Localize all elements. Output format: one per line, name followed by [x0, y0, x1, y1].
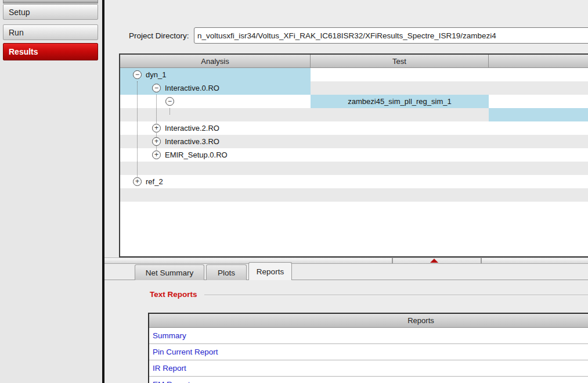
- column-header-blank[interactable]: [489, 55, 588, 68]
- expand-icon[interactable]: +: [152, 151, 161, 159]
- reports-column-header[interactable]: Reports: [149, 314, 588, 328]
- report-link-summary[interactable]: Summary: [149, 328, 588, 344]
- tree-row-label: Interactive.2.RO: [165, 124, 219, 133]
- group-box-line: [204, 295, 588, 296]
- tree-row-result-cell[interactable]: [120, 108, 588, 121]
- tree-row-emir-setup-0-ro[interactable]: + EMIR_Setup.0.RO: [120, 148, 588, 162]
- report-link-em-report[interactable]: EM Report: [149, 377, 588, 383]
- sidebar-item-run[interactable]: Run: [3, 24, 98, 40]
- expand-icon[interactable]: +: [133, 177, 142, 186]
- selected-test-cell[interactable]: zambezi45_sim_pll_reg_sim_1: [311, 95, 489, 108]
- column-header-analysis[interactable]: Analysis: [120, 55, 311, 68]
- tree-row-spacer: [120, 162, 588, 175]
- horizontal-splitter[interactable]: [104, 257, 588, 264]
- sidebar: Setup Run Results: [0, 0, 102, 383]
- tree-row-spacer: [120, 188, 588, 202]
- column-header-test[interactable]: Test: [311, 55, 489, 68]
- tree-header: Analysis Test: [120, 55, 588, 68]
- sidebar-item-results[interactable]: Results: [3, 43, 98, 60]
- collapse-icon[interactable]: −: [133, 70, 142, 79]
- tab-plots[interactable]: Plots: [206, 264, 247, 280]
- red-up-triangle-icon[interactable]: [430, 259, 438, 263]
- selected-cell: [489, 108, 588, 121]
- tree-row-interactive-2-ro[interactable]: + Interactive.2.RO: [120, 121, 588, 135]
- tree-row-interactive-3-ro[interactable]: + Interactive.3.RO: [120, 135, 588, 148]
- tree-row-label: EMIR_Setup.0.RO: [165, 151, 228, 159]
- tab-reports[interactable]: Reports: [248, 262, 292, 280]
- expand-icon[interactable]: +: [152, 137, 161, 146]
- tree-row-zambezi45-sim-pll-reg-sim-1[interactable]: zambezi45_sim_pll_reg_sim_1 −: [120, 95, 588, 108]
- partial-button-top: [3, 0, 98, 3]
- tree-row-interactive-0-ro[interactable]: − Interactive.0.RO: [120, 81, 588, 95]
- reports-table: Reports Summary Pin Current Report IR Re…: [148, 313, 588, 383]
- tree-row-label: ref_2: [146, 177, 163, 186]
- tree-row-dyn-1[interactable]: − dyn_1: [120, 68, 588, 81]
- project-directory-label: Project Directory:: [129, 31, 189, 40]
- tree-row-label: Interactive.0.RO: [165, 84, 219, 92]
- tree-row-ref-2[interactable]: + ref_2: [120, 175, 588, 188]
- text-reports-title: Text Reports: [150, 290, 197, 299]
- sidebar-item-setup[interactable]: Setup: [3, 4, 98, 20]
- tree-row-label: Interactive.3.RO: [165, 137, 219, 146]
- expand-icon[interactable]: +: [152, 124, 161, 133]
- collapse-icon[interactable]: −: [165, 97, 174, 106]
- analysis-tree-table: Analysis Test − dyn_1 − Interactive.0.RO…: [119, 53, 588, 257]
- tree-row-label: dyn_1: [146, 70, 166, 79]
- report-link-pin-current-report[interactable]: Pin Current Report: [149, 344, 588, 360]
- project-directory-input[interactable]: n_voltusxfi_isr34/Voltus_XFi_RAK_IC618IS…: [194, 27, 588, 44]
- report-link-ir-report[interactable]: IR Report: [149, 360, 588, 377]
- tab-net-summary[interactable]: Net Summary: [135, 264, 204, 280]
- results-panel: Project Directory: n_voltusxfi_isr34/Vol…: [104, 0, 588, 383]
- collapse-icon[interactable]: −: [152, 84, 161, 92]
- tree-guide-line: [137, 81, 138, 181]
- tree-guide-line: [169, 108, 170, 114]
